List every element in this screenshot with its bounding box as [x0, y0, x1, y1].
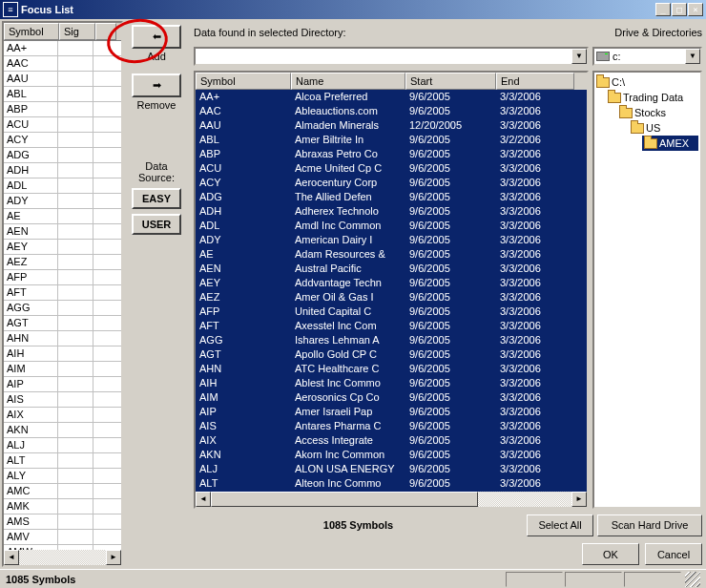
list-item[interactable]: ADH [4, 163, 121, 178]
tree-node[interactable]: AMEX [642, 136, 698, 151]
table-row[interactable]: AEAdam Resources &9/6/20053/3/2006 [196, 247, 587, 262]
col-header-symbol[interactable]: Symbol [196, 73, 291, 90]
drive-combo[interactable]: c: ▼ [592, 47, 702, 66]
list-item[interactable]: AIS [4, 392, 121, 408]
table-row[interactable]: ACUAcme United Cp C9/6/20053/3/2006 [196, 161, 587, 176]
list-item[interactable]: AEN [4, 224, 121, 240]
table-row[interactable]: AEZAmer Oil & Gas I9/6/20053/3/2006 [196, 290, 587, 304]
table-row[interactable]: AKNAkorn Inc Common9/6/20053/3/2006 [196, 448, 587, 462]
directory-tree[interactable]: C:\Trading DataStocksUSAMEX [592, 71, 702, 509]
list-item[interactable]: ALY [4, 469, 121, 484]
user-button[interactable]: USER [132, 214, 181, 235]
col-header-name[interactable]: Name [291, 73, 405, 90]
scroll-thumb[interactable] [211, 492, 478, 507]
tree-node[interactable]: C:\ [596, 74, 698, 90]
list-item[interactable]: AA+ [4, 41, 121, 56]
table-row[interactable]: ALTAlteon Inc Commo9/6/20053/3/2006 [196, 476, 587, 491]
list-item[interactable]: AHN [4, 331, 121, 346]
list-item[interactable]: AFP [4, 270, 121, 285]
list-item[interactable]: ADG [4, 148, 121, 163]
list-item[interactable]: ADL [4, 178, 121, 194]
list-item[interactable]: AIX [4, 408, 121, 423]
list-item[interactable]: AIH [4, 346, 121, 362]
table-row[interactable]: AGGIshares Lehman A9/6/20053/3/2006 [196, 333, 587, 347]
list-item[interactable]: ALT [4, 453, 121, 469]
remove-button[interactable]: ➡ [132, 74, 181, 97]
tree-node[interactable]: Trading Data [608, 90, 698, 105]
list-item[interactable]: AIM [4, 362, 121, 377]
table-row[interactable]: ADGThe Allied Defen9/6/20053/3/2006 [196, 190, 587, 204]
cancel-button[interactable]: Cancel [645, 543, 702, 565]
list-item[interactable]: AAC [4, 56, 121, 72]
col-header-sig[interactable]: Sig [59, 23, 95, 40]
list-item[interactable]: ABL [4, 87, 121, 102]
list-item[interactable]: ABP [4, 102, 121, 117]
col-header-symbol[interactable]: Symbol [4, 23, 59, 40]
table-row[interactable]: AEYAddvantage Techn9/6/20053/3/2006 [196, 276, 587, 290]
table-row[interactable]: ADYAmerican Dairy I9/6/20053/3/2006 [196, 233, 587, 247]
table-row[interactable]: ADHAdherex Technolo9/6/20053/3/2006 [196, 204, 587, 219]
list-item[interactable]: AEY [4, 240, 121, 255]
list-item[interactable]: ACY [4, 133, 121, 148]
scroll-right-icon[interactable]: ► [571, 492, 587, 507]
table-row[interactable]: AFPUnited Capital C9/6/20053/3/2006 [196, 304, 587, 319]
table-row[interactable]: ACYAerocentury Corp9/6/20053/3/2006 [196, 176, 587, 190]
table-row[interactable]: ADLAmdl Inc Common9/6/20053/3/2006 [196, 219, 587, 233]
col-header-blank[interactable] [95, 23, 116, 40]
table-row[interactable]: AGTApollo Gold CP C9/6/20053/3/2006 [196, 347, 587, 362]
easy-button[interactable]: EASY [132, 188, 181, 209]
table-row[interactable]: AIXAccess Integrate9/6/20053/3/2006 [196, 433, 587, 448]
tree-node[interactable]: US [631, 120, 698, 136]
scan-hard-drive-button[interactable]: Scan Hard Drive [597, 514, 702, 536]
list-item[interactable]: AEZ [4, 255, 121, 270]
scroll-right-icon[interactable]: ► [106, 550, 121, 565]
list-item[interactable]: AGG [4, 301, 121, 316]
dropdown-icon[interactable]: ▼ [685, 49, 700, 64]
list-item[interactable]: AKN [4, 423, 121, 438]
list-item[interactable]: AFT [4, 285, 121, 301]
table-row[interactable]: ABPAbraxas Petro Co9/6/20053/3/2006 [196, 147, 587, 161]
list-item[interactable]: ALJ [4, 438, 121, 453]
add-button[interactable]: ⬅ [132, 25, 181, 49]
table-row[interactable]: AHNATC Healthcare C9/6/20053/3/2006 [196, 362, 587, 376]
maximize-button[interactable]: □ [672, 3, 687, 16]
table-row[interactable]: AA+Alcoa Preferred9/6/20053/3/2006 [196, 90, 587, 104]
list-item[interactable]: AMS [4, 514, 121, 530]
list-item[interactable]: ACU [4, 117, 121, 133]
close-button[interactable]: × [688, 3, 703, 16]
table-row[interactable]: AACAbleauctions.com9/6/20053/3/2006 [196, 104, 587, 118]
drive-dir-label: Drive & Directories [614, 27, 702, 38]
ok-button[interactable]: OK [582, 543, 639, 565]
select-all-button[interactable]: Select All [527, 514, 593, 536]
list-item[interactable]: AMV [4, 530, 121, 545]
tree-node[interactable]: Stocks [619, 105, 698, 120]
table-row[interactable]: ALJALON USA ENERGY9/6/20053/3/2006 [196, 462, 587, 476]
drive-icon [596, 52, 610, 61]
dropdown-icon[interactable]: ▼ [571, 49, 587, 64]
table-row[interactable]: AAUAlmaden Minerals12/20/20053/3/2006 [196, 118, 587, 133]
scroll-left-icon[interactable]: ◄ [4, 550, 19, 565]
table-row[interactable]: AIHAblest Inc Commo9/6/20053/3/2006 [196, 376, 587, 390]
cell-start: 9/6/2005 [405, 276, 496, 290]
directory-combo[interactable]: ▼ [194, 47, 589, 66]
col-header-end[interactable]: End [496, 73, 574, 90]
resize-grip-icon[interactable] [685, 572, 700, 587]
left-hscrollbar[interactable]: ◄ ► [4, 550, 121, 565]
table-row[interactable]: AFTAxesstel Inc Com9/6/20053/3/2006 [196, 319, 587, 333]
list-item[interactable]: AIP [4, 377, 121, 392]
table-row[interactable]: AENAustral Pacific9/6/20053/3/2006 [196, 262, 587, 276]
table-hscrollbar[interactable]: ◄ ► [196, 492, 587, 507]
table-row[interactable]: ABLAmer Biltrite In9/6/20053/2/2006 [196, 133, 587, 147]
table-row[interactable]: AIPAmer Israeli Pap9/6/20053/3/2006 [196, 405, 587, 419]
table-row[interactable]: AISAntares Pharma C9/6/20053/3/2006 [196, 419, 587, 433]
list-item[interactable]: AMC [4, 484, 121, 499]
scroll-left-icon[interactable]: ◄ [196, 492, 211, 507]
table-row[interactable]: AIMAerosonics Cp Co9/6/20053/3/2006 [196, 390, 587, 405]
col-header-start[interactable]: Start [405, 73, 496, 90]
list-item[interactable]: AMK [4, 499, 121, 514]
list-item[interactable]: AGT [4, 316, 121, 331]
list-item[interactable]: AE [4, 209, 121, 224]
list-item[interactable]: ADY [4, 194, 121, 209]
minimize-button[interactable]: _ [655, 3, 671, 16]
list-item[interactable]: AAU [4, 72, 121, 87]
